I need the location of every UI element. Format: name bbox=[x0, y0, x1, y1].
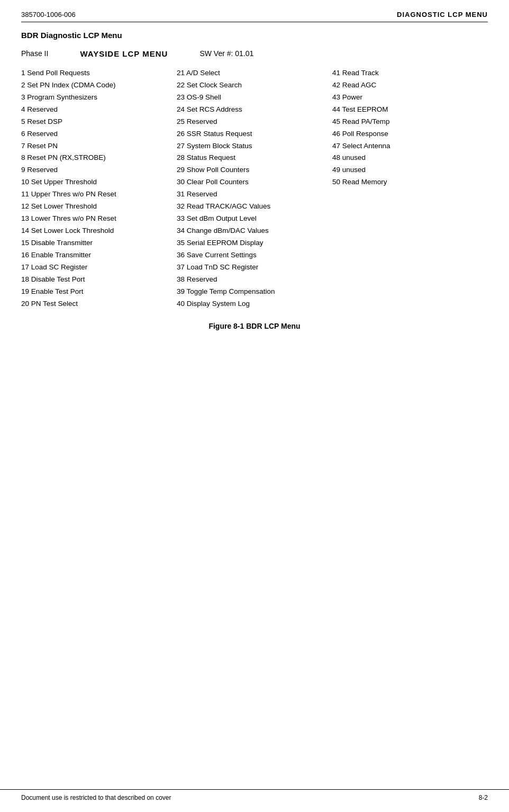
list-item: 7 Reset PN bbox=[21, 141, 171, 152]
list-item: 9 Reserved bbox=[21, 165, 171, 176]
list-item: 38 Reserved bbox=[177, 274, 327, 285]
list-item: 41 Read Track bbox=[332, 68, 483, 79]
list-item: 47 Select Antenna bbox=[332, 141, 483, 152]
list-item: 35 Serial EEPROM Display bbox=[177, 238, 327, 249]
list-item: 36 Save Current Settings bbox=[177, 250, 327, 261]
list-item: 42 Read AGC bbox=[332, 80, 483, 91]
list-item: 44 Test EEPROM bbox=[332, 104, 483, 115]
list-item: 33 Set dBm Output Level bbox=[177, 213, 327, 224]
list-item: 37 Load TnD SC Register bbox=[177, 262, 327, 273]
list-item: 27 System Block Status bbox=[177, 141, 327, 152]
list-item: 32 Read TRACK/AGC Values bbox=[177, 201, 327, 212]
list-item: 49 unused bbox=[332, 165, 483, 176]
list-item: 18 Disable Test Port bbox=[21, 274, 171, 285]
footer-text: Document use is restricted to that descr… bbox=[21, 794, 171, 801]
list-item: 3 Program Synthesizers bbox=[21, 92, 171, 103]
list-item: 2 Set PN Index (CDMA Code) bbox=[21, 80, 171, 91]
menu-col-3: 41 Read Track42 Read AGC43 Power44 Test … bbox=[332, 68, 488, 309]
list-item: 21 A/D Select bbox=[177, 68, 327, 79]
list-item: 5 Reset DSP bbox=[21, 116, 171, 128]
menu-col-1: 1 Send Poll Requests2 Set PN Index (CDMA… bbox=[21, 68, 177, 309]
menu-col-2: 21 A/D Select22 Set Clock Search23 OS-9 … bbox=[177, 68, 332, 309]
list-item: 34 Change dBm/DAC Values bbox=[177, 225, 327, 237]
list-item: 11 Upper Thres w/o PN Reset bbox=[21, 189, 171, 200]
sw-ver: SW Ver #: 01.01 bbox=[199, 49, 253, 58]
list-item: 26 SSR Status Request bbox=[177, 129, 327, 140]
page-title: BDR Diagnostic LCP Menu bbox=[21, 31, 488, 40]
list-item: 24 Set RCS Address bbox=[177, 104, 327, 115]
list-item: 15 Disable Transmitter bbox=[21, 238, 171, 249]
list-item: 14 Set Lower Lock Threshold bbox=[21, 225, 171, 237]
list-item: 12 Set Lower Threshold bbox=[21, 201, 171, 212]
list-item: 25 Reserved bbox=[177, 116, 327, 128]
list-item: 39 Toggle Temp Compensation bbox=[177, 286, 327, 297]
doc-number: 385700-1006-006 bbox=[21, 11, 76, 19]
list-item: 45 Read PA/Temp bbox=[332, 116, 483, 128]
list-item: 13 Lower Thres w/o PN Reset bbox=[21, 213, 171, 224]
list-item: 40 Display System Log bbox=[177, 299, 327, 310]
list-item: 28 Status Request bbox=[177, 152, 327, 164]
list-item: 23 OS-9 Shell bbox=[177, 92, 327, 103]
list-item: 46 Poll Response bbox=[332, 129, 483, 140]
list-item: 29 Show Poll Counters bbox=[177, 165, 327, 176]
menu-title: WAYSIDE LCP MENU bbox=[80, 49, 168, 58]
list-item: 31 Reserved bbox=[177, 189, 327, 200]
list-item: 43 Power bbox=[332, 92, 483, 103]
menu-columns: 1 Send Poll Requests2 Set PN Index (CDMA… bbox=[21, 68, 488, 309]
list-item: 20 PN Test Select bbox=[21, 299, 171, 310]
phase-label: Phase II bbox=[21, 49, 48, 58]
list-item: 30 Clear Poll Counters bbox=[177, 177, 327, 188]
footer-page: 8-2 bbox=[479, 794, 488, 801]
list-item: 8 Reset PN (RX,STROBE) bbox=[21, 152, 171, 164]
figure-caption: Figure 8-1 BDR LCP Menu bbox=[21, 322, 488, 330]
list-item: 10 Set Upper Threshold bbox=[21, 177, 171, 188]
list-item: 4 Reserved bbox=[21, 104, 171, 115]
list-item: 19 Enable Test Port bbox=[21, 286, 171, 297]
header-title: DIAGNOSTIC LCP MENU bbox=[397, 11, 488, 19]
list-item: 50 Read Memory bbox=[332, 177, 483, 188]
list-item: 6 Reserved bbox=[21, 129, 171, 140]
list-item: 1 Send Poll Requests bbox=[21, 68, 171, 79]
list-item: 22 Set Clock Search bbox=[177, 80, 327, 91]
list-item: 48 unused bbox=[332, 152, 483, 164]
list-item: 16 Enable Transmitter bbox=[21, 250, 171, 261]
list-item: 17 Load SC Register bbox=[21, 262, 171, 273]
